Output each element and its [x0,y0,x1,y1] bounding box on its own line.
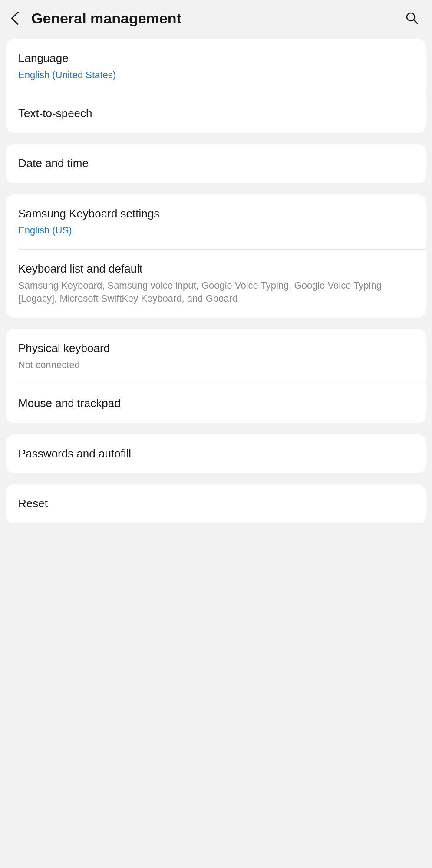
search-icon [405,11,419,25]
date-time-title: Date and time [18,156,414,171]
section-reset: Reset [6,484,426,523]
section-datetime: Date and time [6,144,426,183]
reset-title: Reset [18,496,414,511]
samsung-keyboard-title: Samsung Keyboard settings [18,207,414,221]
physical-keyboard-item[interactable]: Physical keyboard Not connected [6,329,426,384]
section-keyboard: Samsung Keyboard settings English (US) K… [6,194,426,318]
search-button[interactable] [402,9,422,28]
language-title: Language [18,51,414,66]
mouse-trackpad-title: Mouse and trackpad [18,396,414,411]
keyboard-list-subtitle: Samsung Keyboard, Samsung voice input, G… [18,279,414,306]
header: General management [0,0,432,36]
passwords-autofill-title: Passwords and autofill [18,447,414,461]
svg-line-1 [414,20,417,23]
reset-item[interactable]: Reset [6,484,426,523]
keyboard-list-title: Keyboard list and default [18,262,414,276]
date-time-item[interactable]: Date and time [6,144,426,183]
text-to-speech-item[interactable]: Text-to-speech [6,94,426,133]
samsung-keyboard-subtitle: English (US) [18,224,414,237]
passwords-autofill-item[interactable]: Passwords and autofill [6,434,426,473]
header-left: General management [7,9,181,28]
section-passwords: Passwords and autofill [6,434,426,473]
samsung-keyboard-item[interactable]: Samsung Keyboard settings English (US) [6,194,426,250]
keyboard-list-item[interactable]: Keyboard list and default Samsung Keyboa… [6,250,426,318]
page-title: General management [31,10,181,27]
language-item[interactable]: Language English (United States) [6,39,426,94]
physical-keyboard-title: Physical keyboard [18,341,414,356]
physical-keyboard-subtitle: Not connected [18,358,414,372]
text-to-speech-title: Text-to-speech [18,106,414,121]
language-subtitle: English (United States) [18,69,414,82]
section-language: Language English (United States) Text-to… [6,39,426,133]
back-button[interactable] [7,9,26,28]
section-physical-input: Physical keyboard Not connected Mouse an… [6,329,426,423]
mouse-trackpad-item[interactable]: Mouse and trackpad [6,384,426,423]
back-icon [11,11,24,25]
